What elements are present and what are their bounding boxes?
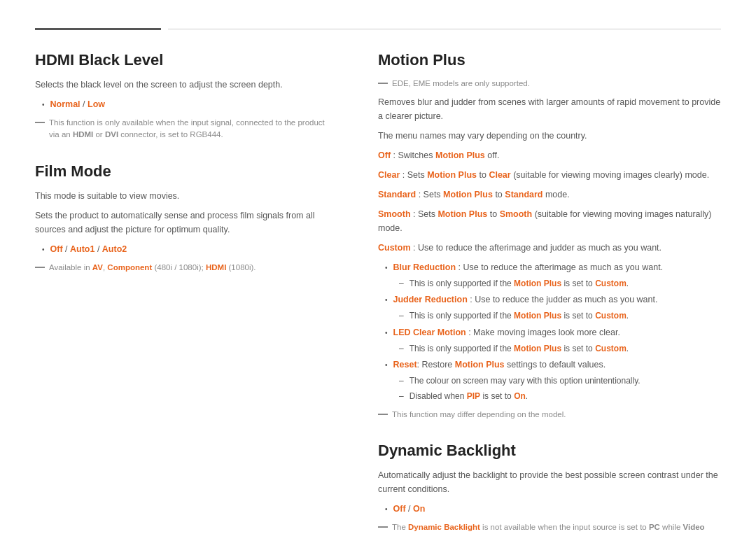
motion-standard-line: Standard : Sets Motion Plus to Standard … [378,188,721,202]
film-auto1: Auto1 [70,244,94,254]
hdmi-note-dvi: DVI [105,130,118,139]
motion-desc1: Removes blur and judder from scenes with… [378,95,721,123]
blur-label: Blur Reduction [393,262,456,272]
film-title: Film Mode [35,162,336,181]
judder-sub: – This is only supported if the Motion P… [399,309,721,323]
reset-sub1: – The colour on screen may vary with thi… [399,374,721,388]
bar-icon-dynamic [378,526,388,528]
sub-dash-judder: – [399,309,404,323]
film-desc2: Sets the product to automatically sense … [35,209,336,237]
dynamic-on: On [413,504,425,514]
hdmi-low: Low [88,99,105,109]
motion-custom-label: Custom [378,243,411,253]
motion-ede-text: EDE, EME models are only supported. [392,78,530,90]
film-note: Available in AV, Component (480i / 1080i… [35,262,336,274]
sub-dash-reset1: – [399,374,404,388]
motion-ede-note: EDE, EME models are only supported. [378,78,721,90]
hdmi-note-hdmi: HDMI [73,130,93,139]
dynamic-off: Off [393,504,406,514]
motion-clear-line: Clear : Sets Motion Plus to Clear (suita… [378,168,721,182]
blur-sub: – This is only supported if the Motion P… [399,277,721,290]
reset-pip: PIP [467,391,480,401]
dynamic-pc: PC [649,523,660,531]
film-desc1: This mode is suitable to view movies. [35,189,336,203]
motion-footer-text: This function may differ depending on th… [392,409,566,421]
motion-clear-mp: Motion Plus [427,170,477,180]
sub-dash-reset2: – [399,390,404,403]
bar-icon [35,122,45,123]
reset-on: On [514,391,526,401]
reset-mp: Motion Plus [455,360,505,370]
motion-standard-mp: Motion Plus [443,190,493,199]
film-off: Off [50,244,63,254]
dynamic-note-text: The Dynamic Backlight is not available w… [392,521,721,534]
film-section: Film Mode This mode is suitable to view … [35,162,336,274]
dynamic-backlight-bold: Dynamic Backlight [408,523,480,531]
motion-smooth-line: Smooth : Sets Motion Plus to Smooth (sui… [378,207,721,235]
film-av: AV [92,263,103,272]
judder-item: • Judder Reduction : Use to reduce the j… [385,293,721,307]
motion-bullet-list: • Blur Reduction : Use to reduce the aft… [385,260,721,403]
hdmi-options: • Normal / Low [42,97,336,111]
bullet-dot-reset: • [385,360,388,371]
blur-sub-mp: Motion Plus [514,279,561,288]
film-comp: Component [107,263,152,272]
dynamic-desc: Automatically adjust the backlight to pr… [378,468,721,496]
film-auto2: Auto2 [102,244,127,254]
bar-icon-motion [378,83,388,84]
dynamic-note: The Dynamic Backlight is not available w… [378,521,721,534]
film-options-text: Off / Auto1 / Auto2 [50,242,127,256]
film-options: • Off / Auto1 / Auto2 [42,242,336,256]
motion-smooth-label: Smooth [378,209,411,219]
hdmi-normal: Normal [50,99,80,109]
bullet-dot-film: • [42,244,45,255]
dynamic-options: • Off / On [385,502,721,516]
dynamic-section: Dynamic Backlight Automatically adjust t… [378,442,721,534]
hdmi-desc: Selects the black level on the screen to… [35,78,336,92]
sub-dash-led: – [399,342,404,356]
motion-desc2: The menu names may vary depending on the… [378,129,721,143]
dynamic-title: Dynamic Backlight [378,442,721,460]
hdmi-note-text: This function is only available when the… [49,117,336,141]
led-label: LED Clear Motion [393,328,466,337]
motion-custom-line: Custom : Use to reduce the afterimage an… [378,241,721,255]
motion-off-label: Off [378,150,391,160]
judder-sub-mp: Motion Plus [514,311,561,321]
bar-icon-film [35,267,45,268]
motion-smooth-mp: Motion Plus [438,209,487,219]
dynamic-options-text: Off / On [393,502,426,516]
led-sub: – This is only supported if the Motion P… [399,342,721,356]
reset-item: • Reset: Restore Motion Plus settings to… [385,358,721,372]
motion-off-mp: Motion Plus [435,150,485,160]
led-item: • LED Clear Motion : Make moving images … [385,325,721,339]
motion-clear-label: Clear [378,170,400,180]
reset-label: Reset [393,360,417,370]
motion-standard-val: Standard [505,190,542,199]
bullet-dot-dynamic: • [385,504,388,515]
judder-label: Judder Reduction [393,295,468,304]
bar-icon-motion-footer [378,414,388,415]
bullet-dot-led: • [385,328,388,339]
sub-dash-blur: – [399,277,404,290]
bullet-dot-judder: • [385,295,388,306]
hdmi-section: HDMI Black Level Selects the black level… [35,51,336,141]
judder-sub-custom: Custom [595,311,626,321]
blur-sub-custom: Custom [595,279,626,288]
bullet-dot-blur: • [385,262,388,274]
film-note-text: Available in AV, Component (480i / 1080i… [49,262,256,274]
blur-item: • Blur Reduction : Use to reduce the aft… [385,260,721,274]
reset-sub2: – Disabled when PIP is set to On. [399,390,721,403]
hdmi-note: This function is only available when the… [35,117,336,141]
top-rule [35,28,721,30]
hdmi-options-text: Normal / Low [50,97,106,111]
motion-smooth-val: Smooth [500,209,533,219]
motion-footer-note: This function may differ depending on th… [378,409,721,421]
motion-off-line: Off : Switches Motion Plus off. [378,148,721,162]
motion-title: Motion Plus [378,51,721,69]
led-sub-mp: Motion Plus [514,344,561,353]
motion-section: Motion Plus EDE, EME models are only sup… [378,51,721,421]
motion-standard-label: Standard [378,190,416,199]
hdmi-title: HDMI Black Level [35,51,336,69]
bullet-dot: • [42,99,45,111]
led-sub-custom: Custom [595,344,626,353]
